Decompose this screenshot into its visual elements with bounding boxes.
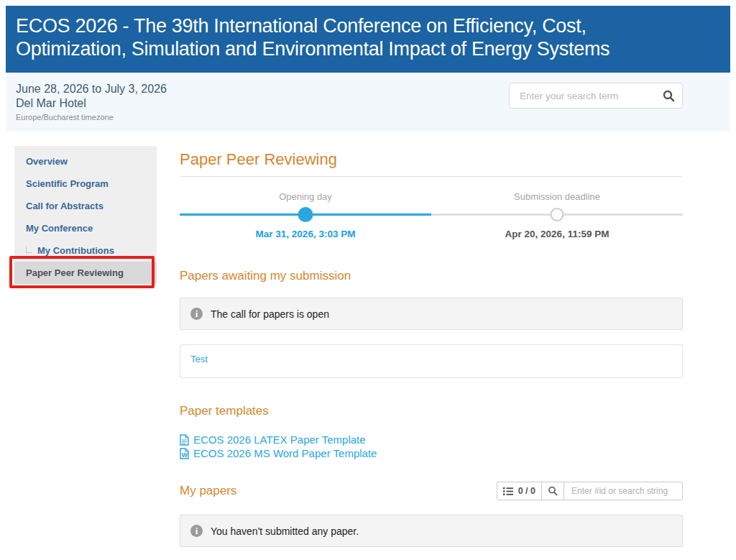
info-icon: i (190, 525, 203, 537)
result-counter: 0 / 0 (497, 482, 542, 500)
sidebar-item-label: Paper Peer Reviewing (26, 267, 124, 278)
call-timeline: Opening day Submission deadline Mar 31, … (180, 190, 683, 243)
sidebar-item-call-for-abstracts[interactable]: Call for Abstracts (14, 195, 157, 217)
timeline-start-date: Mar 31, 2026, 3:03 PM (256, 229, 356, 239)
template-list: ECOS 2026 LATEX Paper Template W ECOS 20… (180, 433, 683, 460)
word-template-link[interactable]: W ECOS 2026 MS Word Paper Template (180, 446, 683, 460)
event-meta: June 28, 2026 to July 3, 2026 Del Mar Ho… (16, 82, 167, 121)
content-area: Overview Scientific Program Call for Abs… (6, 132, 730, 547)
event-info-bar: June 28, 2026 to July 3, 2026 Del Mar Ho… (6, 73, 730, 132)
timeline-start-label: Opening day (279, 191, 332, 202)
templates-section-heading: Paper templates (180, 404, 683, 418)
timeline-end-label: Submission deadline (514, 191, 600, 202)
page: ECOS 2026 - The 39th International Confe… (6, 6, 730, 547)
site-search-input[interactable] (518, 90, 663, 102)
timeline-end-date: Apr 20, 2026, 11:59 PM (505, 229, 610, 239)
site-search[interactable] (509, 83, 683, 109)
page-title: Paper Peer Reviewing (180, 150, 683, 177)
call-open-message: The call for papers is open (211, 308, 329, 320)
awaiting-paper-box: Test (180, 344, 683, 378)
call-open-infobox: i The call for papers is open (180, 298, 683, 330)
latex-template-link[interactable]: ECOS 2026 LATEX Paper Template (180, 433, 683, 446)
paper-search-input[interactable] (570, 485, 676, 497)
sidebar-item-my-contributions[interactable]: My Contributions (14, 239, 157, 262)
event-venue: Del Mar Hotel (16, 96, 167, 111)
no-papers-message: You haven't submitted any paper. (211, 525, 359, 537)
event-dates: June 28, 2026 to July 3, 2026 (16, 82, 167, 96)
latex-file-icon (180, 434, 189, 446)
search-icon[interactable] (663, 90, 675, 102)
paper-search-field[interactable] (564, 482, 683, 500)
tree-branch-icon (26, 247, 32, 253)
paper-link-test[interactable]: Test (190, 354, 208, 364)
info-icon: i (190, 308, 203, 320)
result-counter-value: 0 / 0 (518, 486, 535, 496)
paper-search-button[interactable] (541, 482, 564, 500)
template-link-label: ECOS 2026 MS Word Paper Template (193, 446, 377, 460)
search-icon (548, 486, 558, 496)
sidebar-item-scientific-program[interactable]: Scientific Program (14, 173, 157, 195)
event-timezone: Europe/Bucharest timezone (16, 113, 167, 121)
conference-banner: ECOS 2026 - The 39th International Confe… (6, 6, 730, 73)
list-icon (503, 487, 513, 496)
main-panel: Paper Peer Reviewing Opening day Submiss… (180, 146, 683, 547)
word-file-icon: W (180, 448, 189, 459)
sidebar-item-label: My Contributions (37, 245, 114, 256)
sidebar-menu: Overview Scientific Program Call for Abs… (14, 146, 157, 284)
conference-title: ECOS 2026 - The 39th International Confe… (16, 15, 652, 60)
sidebar-item-my-conference[interactable]: My Conference (14, 217, 157, 239)
my-papers-toolbar: 0 / 0 (497, 482, 683, 500)
template-link-label: ECOS 2026 LATEX Paper Template (193, 433, 366, 446)
sidebar-item-paper-peer-reviewing[interactable]: Paper Peer Reviewing (14, 262, 157, 284)
my-papers-heading: My papers (180, 484, 236, 498)
no-papers-infobox: i You haven't submitted any paper. (180, 515, 683, 547)
my-papers-header-row: My papers 0 / 0 (180, 482, 683, 500)
timeline-end-dot (551, 208, 564, 221)
sidebar-item-overview[interactable]: Overview (14, 150, 157, 173)
awaiting-section-heading: Papers awaiting my submission (180, 269, 683, 283)
timeline-start-dot (298, 207, 313, 222)
svg-text:W: W (181, 451, 188, 459)
